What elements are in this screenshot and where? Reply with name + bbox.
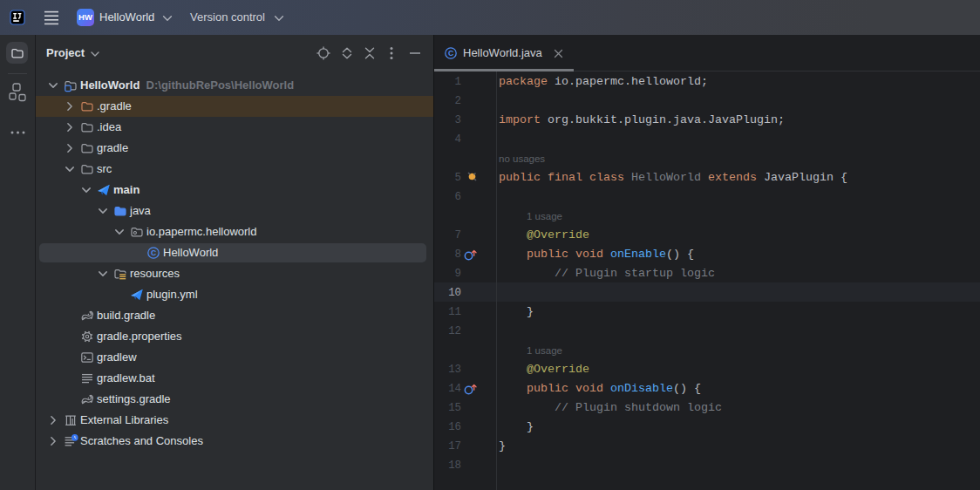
- svg-text:C: C: [151, 248, 156, 257]
- svg-text:C: C: [448, 49, 453, 58]
